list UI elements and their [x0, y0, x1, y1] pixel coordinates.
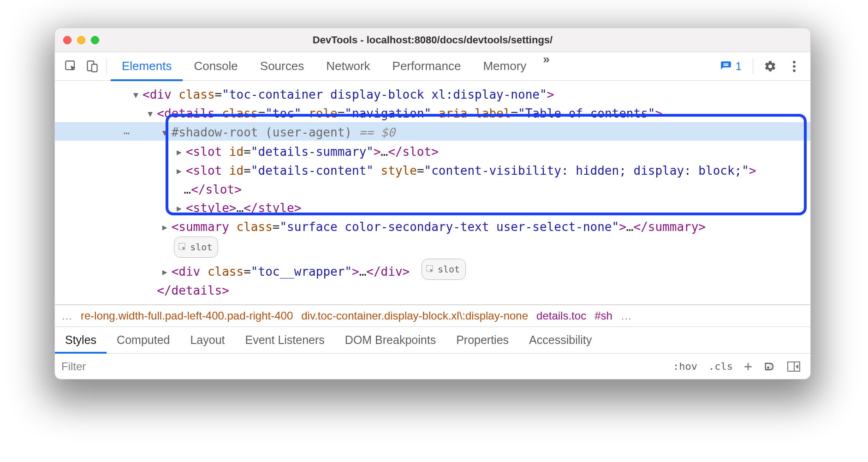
- svg-rect-2: [92, 64, 97, 71]
- computed-sidebar-toggle-icon[interactable]: [782, 354, 806, 379]
- styles-subtabs: Styles Computed Layout Event Listeners D…: [55, 326, 810, 353]
- issues-button[interactable]: 1: [715, 58, 746, 75]
- row-actions-ellipsis-icon[interactable]: ⋯: [124, 127, 131, 139]
- subtab-properties[interactable]: Properties: [446, 327, 519, 353]
- tree-row[interactable]: <style>…</style>: [55, 199, 810, 218]
- crumb-item[interactable]: #sh: [595, 309, 612, 322]
- styles-filter-bar: :hov .cls +: [55, 353, 810, 379]
- svg-point-3: [793, 60, 796, 63]
- dollar-zero-label: == $0: [352, 125, 395, 139]
- svg-point-4: [793, 65, 796, 68]
- tab-elements[interactable]: Elements: [111, 52, 183, 81]
- window-title: DevTools - localhost:8080/docs/devtools/…: [55, 34, 810, 46]
- subtab-event-listeners[interactable]: Event Listeners: [235, 327, 335, 353]
- inspect-element-icon[interactable]: [60, 56, 82, 77]
- tree-row[interactable]: <div class="toc-container display-block …: [55, 85, 810, 104]
- subtab-styles[interactable]: Styles: [55, 327, 107, 353]
- tree-row-selected[interactable]: ⋯ #shadow-root (user-agent) == $0: [55, 123, 810, 142]
- close-window-button[interactable]: [63, 36, 71, 44]
- subtab-accessibility[interactable]: Accessibility: [519, 327, 602, 353]
- tab-console[interactable]: Console: [183, 52, 249, 81]
- crumb-item[interactable]: re-long.width-full.pad-left-400.pad-righ…: [81, 309, 293, 322]
- crumb-item[interactable]: details.toc: [536, 309, 586, 322]
- tree-row[interactable]: </details>: [55, 281, 810, 300]
- tab-performance[interactable]: Performance: [381, 52, 472, 81]
- tree-row[interactable]: <details class="toc" role="navigation" a…: [55, 104, 810, 123]
- issues-count: 1: [736, 60, 742, 73]
- rendering-emulations-icon[interactable]: [758, 354, 782, 379]
- tree-row[interactable]: slot: [55, 237, 810, 259]
- subtab-layout[interactable]: Layout: [180, 327, 235, 353]
- svg-point-5: [793, 69, 796, 72]
- reveal-slot-badge[interactable]: slot: [422, 259, 466, 280]
- reveal-slot-badge[interactable]: slot: [174, 237, 218, 258]
- device-toolbar-icon[interactable]: [82, 56, 103, 77]
- tree-row[interactable]: <slot id="details-summary">…</slot>: [55, 142, 810, 161]
- zoom-window-button[interactable]: [91, 36, 99, 44]
- devtools-window: DevTools - localhost:8080/docs/devtools/…: [54, 28, 811, 379]
- separator: [107, 59, 107, 74]
- panel-tabs: Elements Console Sources Network Perform…: [111, 52, 715, 81]
- crumb-item[interactable]: div.toc-container.display-block.xl\:disp…: [301, 309, 528, 322]
- crumb-overflow-left[interactable]: …: [61, 309, 72, 322]
- kebab-menu-icon[interactable]: [784, 56, 805, 77]
- tab-memory[interactable]: Memory: [472, 52, 537, 81]
- window-controls: [55, 36, 99, 44]
- main-toolbar: Elements Console Sources Network Perform…: [55, 52, 810, 81]
- crumb-overflow-right[interactable]: …: [621, 309, 632, 322]
- minimize-window-button[interactable]: [77, 36, 85, 44]
- tab-network[interactable]: Network: [315, 52, 381, 81]
- tree-row[interactable]: <div class="toc__wrapper">…</div> slot: [55, 259, 810, 281]
- tab-sources[interactable]: Sources: [249, 52, 315, 81]
- dom-tree[interactable]: <div class="toc-container display-block …: [55, 81, 810, 304]
- plus-icon: +: [744, 358, 752, 374]
- hov-toggle-button[interactable]: :hov: [667, 354, 703, 379]
- tree-row-continuation[interactable]: …</slot>: [55, 180, 810, 199]
- titlebar: DevTools - localhost:8080/docs/devtools/…: [55, 28, 810, 52]
- separator: [753, 59, 753, 74]
- settings-gear-icon[interactable]: [760, 56, 781, 77]
- tree-row[interactable]: <slot id="details-content" style="conten…: [55, 161, 810, 180]
- subtab-computed[interactable]: Computed: [107, 327, 180, 353]
- more-tabs-button[interactable]: »: [537, 52, 555, 81]
- styles-filter-input[interactable]: [55, 354, 667, 379]
- shadow-root-label: #shadow-root (user-agent): [172, 125, 352, 139]
- new-style-rule-button[interactable]: +: [738, 354, 758, 379]
- breadcrumb-bar: … re-long.width-full.pad-left-400.pad-ri…: [55, 304, 810, 326]
- cls-toggle-button[interactable]: .cls: [703, 354, 738, 379]
- toolbar-right: 1: [715, 56, 805, 77]
- tree-row[interactable]: <summary class="surface color-secondary-…: [55, 218, 810, 237]
- subtab-dom-breakpoints[interactable]: DOM Breakpoints: [335, 327, 446, 353]
